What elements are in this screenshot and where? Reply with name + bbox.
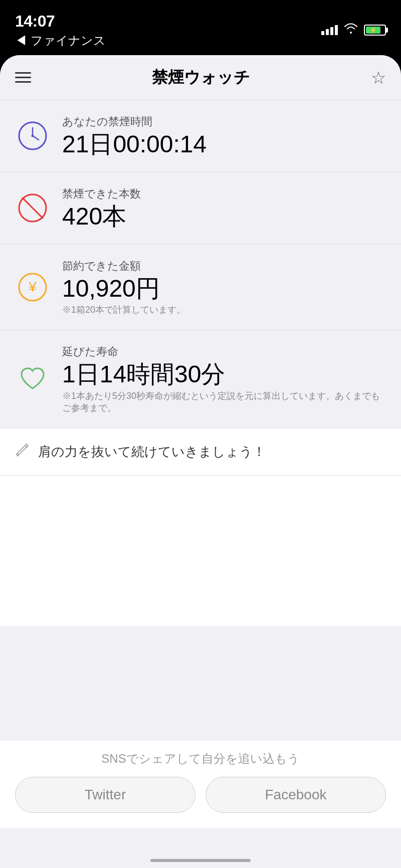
status-left: 14:07 ◀ ファイナンス [15, 12, 106, 49]
clock-icon [15, 118, 50, 153]
nav-bar: 禁煙ウォッチ ☆ [0, 55, 401, 100]
share-buttons: Twitter Facebook [15, 777, 386, 813]
smoke-time-label: あなたの禁煙時間 [62, 114, 386, 129]
cigarettes-label: 禁煙できた本数 [62, 186, 386, 201]
status-time: 14:07 [15, 12, 106, 31]
pencil-icon [15, 443, 30, 461]
life-note: ※1本あたり5分30秒寿命が縮むという定説を元に算出しています。あくまでもご参考… [62, 390, 386, 414]
svg-line-8 [25, 446, 27, 448]
money-value: 10,920円 [62, 276, 386, 302]
content-area [0, 476, 401, 626]
status-back[interactable]: ◀ ファイナンス [15, 33, 106, 49]
smoke-time-text: あなたの禁煙時間 21日00:00:14 [62, 114, 386, 158]
yen-icon: ¥ [15, 270, 50, 305]
share-section: SNSでシェアして自分を追い込もう Twitter Facebook [0, 741, 401, 828]
money-text: 節約できた金額 10,920円 ※1箱20本で計算しています。 [62, 259, 386, 316]
facebook-button[interactable]: Facebook [206, 777, 386, 813]
svg-text:¥: ¥ [28, 279, 37, 295]
message-text: 肩の力を抜いて続けていきましょう！ [38, 443, 266, 461]
life-label: 延びた寿命 [62, 344, 386, 359]
status-right: ⚡ [321, 23, 386, 37]
svg-point-3 [32, 135, 34, 137]
wifi-icon [344, 23, 358, 37]
app-container: 禁煙ウォッチ ☆ あなたの禁煙時間 21日00:00:14 禁煙できた本数 [0, 55, 401, 868]
battery-icon: ⚡ [364, 25, 386, 36]
cigarettes-value: 420本 [62, 203, 386, 230]
signal-icon [321, 25, 338, 35]
life-text: 延びた寿命 1日14時間30分 ※1本あたり5分30秒寿命が縮むという定説を元に… [62, 344, 386, 414]
stat-row-life: 延びた寿命 1日14時間30分 ※1本あたり5分30秒寿命が縮むという定説を元に… [0, 330, 401, 428]
page-title: 禁煙ウォッチ [152, 67, 250, 89]
money-note: ※1箱20本で計算しています。 [62, 304, 386, 316]
life-value: 1日14時間30分 [62, 361, 386, 388]
cigarettes-text: 禁煙できた本数 420本 [62, 186, 386, 230]
share-label: SNSでシェアして自分を追い込もう [15, 751, 386, 767]
stat-row-cigarettes: 禁煙できた本数 420本 [0, 172, 401, 245]
heart-icon [15, 362, 50, 397]
message-section: 肩の力を抜いて続けていきましょう！ [0, 428, 401, 476]
stat-row-smoke-time: あなたの禁煙時間 21日00:00:14 [0, 100, 401, 172]
favorite-button[interactable]: ☆ [371, 68, 386, 88]
no-smoke-icon [15, 190, 50, 226]
status-bar: 14:07 ◀ ファイナンス ⚡ [0, 0, 401, 55]
money-label: 節約できた金額 [62, 259, 386, 274]
home-indicator [150, 859, 251, 862]
svg-line-5 [23, 198, 43, 218]
smoke-time-value: 21日00:00:14 [62, 131, 386, 158]
stat-row-money: ¥ 節約できた金額 10,920円 ※1箱20本で計算しています。 [0, 245, 401, 331]
menu-button[interactable] [15, 72, 31, 83]
twitter-button[interactable]: Twitter [15, 777, 195, 813]
